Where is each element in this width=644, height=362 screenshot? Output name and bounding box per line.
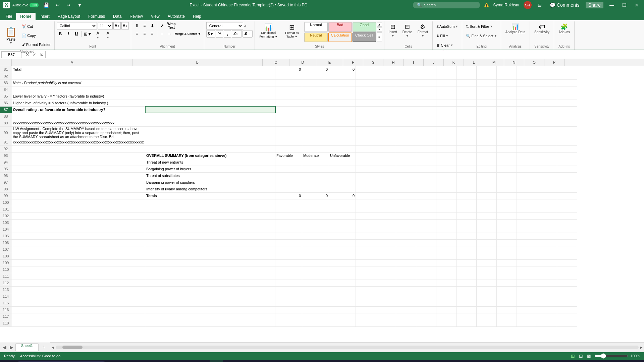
cell-p106[interactable]: [557, 239, 577, 246]
cell-j100[interactable]: [436, 199, 457, 206]
cell-j87[interactable]: [436, 106, 457, 113]
cell-b85[interactable]: [145, 93, 275, 100]
cell-b116[interactable]: [145, 306, 275, 313]
cell-a97[interactable]: [12, 179, 145, 186]
cell-p114[interactable]: [557, 293, 577, 300]
scroll-right-button[interactable]: ▶: [640, 346, 643, 349]
page-layout-view-button[interactable]: ⊟: [578, 353, 584, 359]
cell-b84[interactable]: [145, 86, 275, 93]
cell-j83[interactable]: [436, 79, 457, 86]
cell-f111[interactable]: [356, 273, 376, 280]
cell-j86[interactable]: [436, 100, 457, 106]
zoom-slider[interactable]: [594, 353, 628, 359]
cell-d83[interactable]: [302, 79, 329, 86]
cell-p85[interactable]: [557, 93, 577, 100]
cell-c92[interactable]: [275, 145, 302, 152]
cell-h110[interactable]: [396, 266, 416, 273]
cell-n96[interactable]: [517, 172, 537, 179]
sheet-nav-right[interactable]: ▶: [8, 344, 15, 351]
cell-c95[interactable]: [275, 166, 302, 172]
style-normal[interactable]: Normal: [304, 22, 328, 32]
cell-n107[interactable]: [517, 246, 537, 253]
cell-i99[interactable]: [416, 192, 436, 199]
format-table-button[interactable]: ⊞ Format asTable ▼: [282, 22, 302, 40]
cell-g104[interactable]: [376, 226, 396, 233]
align-left-button[interactable]: ≡: [133, 30, 141, 38]
cell-l92[interactable]: [477, 145, 497, 152]
ribbon-display-button[interactable]: ⊟: [536, 2, 544, 8]
cell-p108[interactable]: [557, 253, 577, 259]
cell-b96[interactable]: Threat of substitutes: [145, 172, 275, 179]
cell-k95[interactable]: [457, 166, 477, 172]
cell-o108[interactable]: [537, 253, 557, 259]
col-header-i[interactable]: I: [404, 59, 424, 66]
cell-b112[interactable]: [145, 280, 275, 286]
cell-n113[interactable]: [517, 286, 537, 293]
cell-a110[interactable]: [12, 266, 145, 273]
close-button[interactable]: ✕: [633, 2, 641, 8]
cell-e86[interactable]: [329, 100, 356, 106]
cell-l81[interactable]: [477, 66, 497, 73]
cell-e103[interactable]: [329, 219, 356, 226]
cell-o111[interactable]: [537, 273, 557, 280]
cell-m102[interactable]: [497, 213, 517, 219]
cell-f112[interactable]: [356, 280, 376, 286]
cell-j98[interactable]: [436, 186, 457, 192]
cell-e110[interactable]: [329, 266, 356, 273]
cell-p87[interactable]: [557, 106, 577, 113]
cell-a103[interactable]: [12, 219, 145, 226]
cell-e109[interactable]: [329, 259, 356, 266]
cell-f99[interactable]: [356, 192, 376, 199]
row-number[interactable]: 112: [0, 280, 12, 286]
cell-h101[interactable]: [396, 206, 416, 213]
horizontal-scrollbar[interactable]: ◀ ▶: [50, 342, 644, 352]
cell-k111[interactable]: [457, 273, 477, 280]
cell-g110[interactable]: [376, 266, 396, 273]
scroll-left-button[interactable]: ◀: [52, 346, 54, 349]
cell-i93[interactable]: [416, 152, 436, 159]
cell-a109[interactable]: [12, 259, 145, 266]
styles-scroll-more[interactable]: ≡: [377, 33, 382, 42]
cell-j81[interactable]: [436, 66, 457, 73]
tab-view[interactable]: View: [147, 13, 164, 20]
cell-c99[interactable]: 0: [275, 192, 302, 199]
tab-file[interactable]: File: [2, 13, 16, 20]
cell-o103[interactable]: [537, 219, 557, 226]
autosum-button[interactable]: Σ AutoSum ▼: [435, 22, 460, 31]
add-sheet-button[interactable]: ＋: [39, 343, 49, 351]
cell-c100[interactable]: [275, 199, 302, 206]
scrollbar-track[interactable]: [56, 346, 639, 349]
cell-f88[interactable]: [356, 113, 376, 120]
row-number[interactable]: 105: [0, 233, 12, 239]
cell-h95[interactable]: [396, 166, 416, 172]
cell-m83[interactable]: [497, 79, 517, 86]
cell-k87[interactable]: [457, 106, 477, 113]
cell-n115[interactable]: [517, 300, 537, 306]
cell-b114[interactable]: [145, 293, 275, 300]
cell-f108[interactable]: [356, 253, 376, 259]
cell-m101[interactable]: [497, 206, 517, 213]
cell-l108[interactable]: [477, 253, 497, 259]
cell-l107[interactable]: [477, 246, 497, 253]
cell-c109[interactable]: [275, 259, 302, 266]
comma-button[interactable]: ,: [224, 30, 231, 38]
paste-button[interactable]: 📋 Paste ▼: [2, 22, 20, 49]
cell-i111[interactable]: [416, 273, 436, 280]
tab-formulas[interactable]: Formulas: [84, 13, 109, 20]
cell-c110[interactable]: [275, 266, 302, 273]
cell-p109[interactable]: [557, 259, 577, 266]
cell-l117[interactable]: [477, 313, 497, 320]
enter-formula-button[interactable]: ✓: [32, 52, 37, 57]
row-number[interactable]: 118: [0, 320, 12, 326]
cell-j90[interactable]: [436, 126, 457, 139]
cell-a85[interactable]: Lower level of rivalry - = Y factors (fa…: [12, 93, 145, 100]
cell-o95[interactable]: [537, 166, 557, 172]
cell-n116[interactable]: [517, 306, 537, 313]
cell-b93[interactable]: OVERALL SUMMARY (from categories above): [145, 152, 275, 159]
font-size-select[interactable]: 11: [98, 22, 113, 29]
cell-o116[interactable]: [537, 306, 557, 313]
cell-g118[interactable]: [376, 320, 396, 326]
cell-b104[interactable]: [145, 226, 275, 233]
cell-c111[interactable]: [275, 273, 302, 280]
cell-b115[interactable]: [145, 300, 275, 306]
